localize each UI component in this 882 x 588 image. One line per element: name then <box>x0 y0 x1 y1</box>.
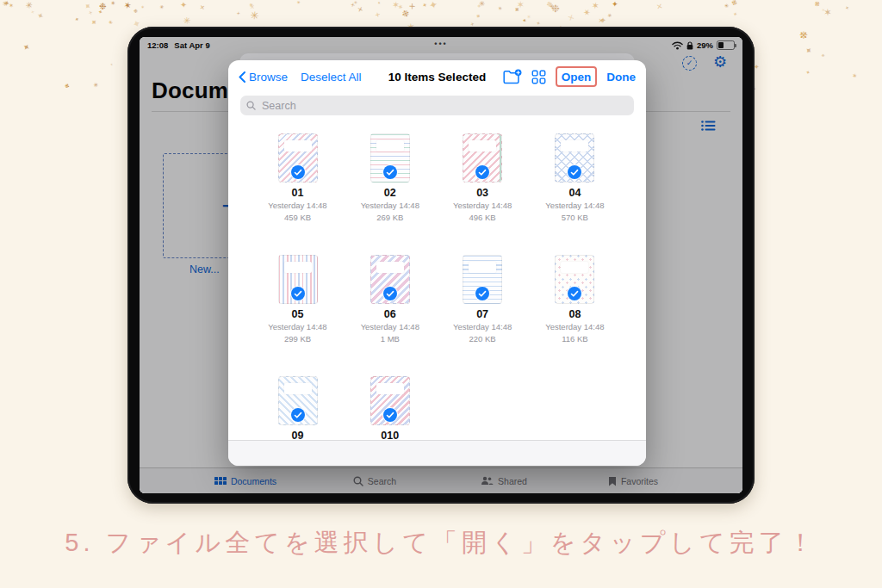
file-thumbnail <box>370 133 410 183</box>
selected-check-icon <box>382 286 398 301</box>
file-thumbnail <box>278 255 318 304</box>
browse-back-button[interactable]: Browse <box>239 71 288 84</box>
selected-check-icon <box>382 407 398 423</box>
file-item[interactable]: 04 Yesterday 14:48 570 KB <box>529 133 621 222</box>
ipad-screen: 12:08Sat Apr 9 ••• 29% Documents ✓ ⚙ <box>140 37 742 493</box>
tutorial-caption: 5. ファイル全てを選択して「開く」をタップして完了！ <box>0 526 882 560</box>
search-icon <box>246 101 256 110</box>
file-cover-label <box>284 140 312 152</box>
browse-label: Browse <box>249 71 288 84</box>
file-cover-label <box>376 383 404 394</box>
file-name: 04 <box>529 187 621 199</box>
modal-actions: Open Done <box>502 66 636 87</box>
file-name: 02 <box>344 187 436 199</box>
file-size: 496 KB <box>437 213 529 222</box>
file-size: 299 KB <box>252 334 344 344</box>
tutorial-page: ＊❉✳✦✦××✳✳✶＊××✶×✳×＊❉✶＊✶✦❉＊×✦✳＊✦✦✶✶✦❉＊❉✦❉✳… <box>0 0 882 588</box>
view-grid-icon[interactable] <box>531 70 546 84</box>
selected-check-icon <box>475 164 490 180</box>
search-bar <box>240 96 634 115</box>
file-item[interactable]: 03 Yesterday 14:48 496 KB <box>437 133 529 222</box>
file-date: Yesterday 14:48 <box>437 201 529 210</box>
chevron-left-icon <box>239 71 245 83</box>
selected-check-icon <box>475 286 490 301</box>
file-thumbnail <box>463 133 502 183</box>
file-item[interactable]: 06 Yesterday 14:48 1 MB <box>344 255 436 344</box>
modal-header: Browse Deselect All 10 Items Selected Op… <box>228 60 646 93</box>
file-date: Yesterday 14:48 <box>252 322 344 331</box>
modal-footer <box>228 441 646 466</box>
file-cover-label <box>376 140 404 152</box>
new-folder-icon[interactable] <box>502 69 522 85</box>
open-button[interactable]: Open <box>562 71 592 84</box>
open-button-highlight: Open <box>556 66 598 87</box>
file-cover-label <box>376 262 404 273</box>
selected-check-icon <box>290 407 306 423</box>
file-cover-label <box>469 140 496 152</box>
file-date: Yesterday 14:48 <box>344 201 436 210</box>
file-cover-label <box>469 262 496 273</box>
ipad-frame: 12:08Sat Apr 9 ••• 29% Documents ✓ ⚙ <box>127 27 755 504</box>
file-date: Yesterday 14:48 <box>344 322 436 331</box>
selected-check-icon <box>567 286 582 301</box>
file-item[interactable]: 01 Yesterday 14:48 459 KB <box>252 133 344 222</box>
file-size: 459 KB <box>252 213 344 222</box>
file-item[interactable]: 09 <box>252 376 344 444</box>
file-thumbnail <box>278 376 318 425</box>
selected-check-icon <box>290 164 306 180</box>
file-item[interactable]: 05 Yesterday 14:48 299 KB <box>252 255 344 344</box>
file-size: 116 KB <box>529 334 621 344</box>
file-name: 03 <box>437 187 529 199</box>
selected-check-icon <box>567 164 582 180</box>
file-name: 05 <box>252 308 344 320</box>
deselect-all-button[interactable]: Deselect All <box>301 71 362 84</box>
file-cover-label <box>284 262 312 273</box>
file-date: Yesterday 14:48 <box>529 322 621 331</box>
file-cover-label <box>284 383 312 394</box>
selected-check-icon <box>382 164 398 180</box>
file-cover-label <box>561 262 588 273</box>
file-thumbnail <box>370 376 410 425</box>
file-size: 1 MB <box>344 334 436 344</box>
file-size: 269 KB <box>344 213 436 222</box>
file-thumbnail <box>555 255 594 304</box>
file-thumbnail <box>278 133 318 183</box>
file-name: 07 <box>437 308 529 320</box>
selected-check-icon <box>290 286 306 301</box>
file-name: 08 <box>529 308 621 320</box>
file-item[interactable]: 07 Yesterday 14:48 220 KB <box>437 255 529 344</box>
file-item[interactable]: 02 Yesterday 14:48 269 KB <box>344 133 436 222</box>
file-date: Yesterday 14:48 <box>252 201 344 210</box>
done-button[interactable]: Done <box>606 71 636 84</box>
file-thumbnail <box>555 133 594 183</box>
file-date: Yesterday 14:48 <box>529 201 621 210</box>
file-cover-label <box>561 140 588 152</box>
file-name: 01 <box>252 187 344 199</box>
file-size: 220 KB <box>437 334 529 344</box>
search-input[interactable] <box>260 99 634 113</box>
file-size: 570 KB <box>529 213 621 222</box>
file-thumbnail <box>463 255 502 304</box>
file-name: 06 <box>344 308 436 320</box>
file-date: Yesterday 14:48 <box>437 322 529 331</box>
file-picker-modal: Browse Deselect All 10 Items Selected Op… <box>228 60 646 466</box>
file-item[interactable]: 08 Yesterday 14:48 116 KB <box>529 255 621 344</box>
file-item[interactable]: 010 <box>344 376 436 444</box>
file-thumbnail <box>370 255 410 304</box>
